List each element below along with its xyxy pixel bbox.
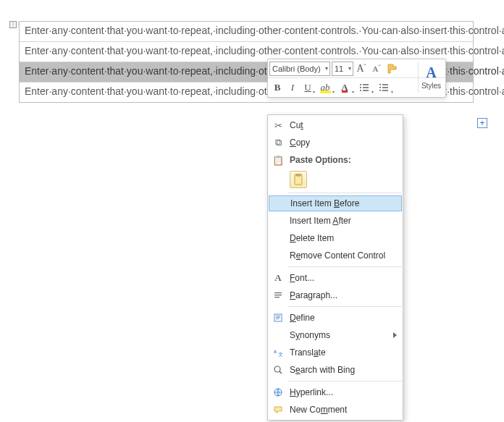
svg-rect-3 — [363, 87, 369, 88]
copy-icon: ⧉ — [272, 136, 285, 149]
svg-text:文: 文 — [278, 352, 283, 357]
svg-line-24 — [280, 371, 282, 374]
font-size-value: 11 — [335, 64, 343, 73]
bullets-button[interactable] — [355, 80, 374, 95]
numbering-button[interactable] — [374, 80, 393, 95]
menu-font[interactable]: A Font... — [268, 269, 403, 287]
highlight-button[interactable]: ab — [316, 80, 335, 95]
menu-translate[interactable]: a文 Translate — [268, 344, 403, 361]
svg-rect-6 — [379, 84, 381, 85]
svg-rect-8 — [379, 87, 381, 88]
menu-remove-content-control[interactable]: Remove Content Control — [268, 247, 403, 264]
svg-rect-10 — [379, 90, 381, 90]
search-icon — [272, 363, 285, 376]
shrink-font-button[interactable]: Aˇ — [369, 62, 384, 76]
menu-delete-item[interactable]: Delete Item — [268, 229, 403, 247]
separator — [288, 381, 402, 381]
format-painter-button[interactable] — [385, 62, 399, 76]
svg-rect-7 — [382, 84, 388, 85]
menu-insert-item-before[interactable]: Insert Item Before — [269, 195, 402, 211]
context-menu: ✂ Cut ⧉ Copy 📋 Paste Options: Insert Ite… — [267, 114, 403, 421]
paste-icon: 📋 — [272, 153, 285, 166]
svg-rect-9 — [382, 87, 388, 88]
font-size-select[interactable]: 11 ▾ — [332, 62, 353, 76]
svg-rect-18 — [276, 316, 280, 316]
menu-synonyms[interactable]: Synonyms — [268, 326, 403, 344]
menu-paste-options-header: 📋 Paste Options: — [268, 151, 403, 169]
styles-button[interactable]: A Styles — [418, 62, 444, 93]
hyperlink-icon — [272, 386, 285, 399]
separator — [288, 266, 402, 267]
svg-rect-5 — [363, 90, 369, 90]
svg-point-23 — [274, 366, 280, 372]
grow-font-button[interactable]: Aˆ — [354, 62, 369, 76]
menu-new-comment[interactable]: New Comment — [268, 401, 403, 418]
mini-toolbar: Calibri (Body) ▾ 11 ▾ Aˆ Aˇ B I U ab A A… — [267, 59, 446, 98]
paste-options-row — [268, 169, 403, 190]
repeating-section-handle[interactable]: ⋮⋮ — [9, 21, 17, 28]
translate-icon: a文 — [272, 346, 285, 359]
cut-icon: ✂ — [272, 119, 285, 132]
svg-point-2 — [360, 87, 361, 88]
menu-search-bing[interactable]: Search with Bing — [268, 361, 403, 379]
svg-rect-14 — [274, 292, 282, 293]
menu-paragraph[interactable]: Paragraph... — [268, 287, 403, 304]
font-name-select[interactable]: Calibri (Body) ▾ — [269, 62, 330, 76]
italic-button[interactable]: I — [285, 80, 300, 95]
chevron-down-icon: ▾ — [325, 65, 328, 72]
define-icon — [272, 311, 285, 324]
comment-icon — [272, 403, 285, 416]
svg-point-0 — [360, 84, 361, 85]
svg-rect-11 — [382, 90, 388, 90]
svg-rect-20 — [276, 318, 279, 319]
menu-insert-item-after[interactable]: Insert Item After — [268, 212, 403, 229]
styles-icon: A — [426, 65, 436, 80]
menu-cut[interactable]: ✂ Cut — [268, 117, 403, 134]
menu-define[interactable]: Define — [268, 309, 403, 326]
menu-copy[interactable]: ⧉ Copy — [268, 134, 403, 151]
svg-point-4 — [360, 90, 361, 91]
underline-button[interactable]: U — [301, 80, 315, 95]
separator — [288, 306, 402, 307]
svg-rect-13 — [296, 174, 301, 176]
paste-keep-source-button[interactable] — [290, 171, 307, 188]
font-name-value: Calibri (Body) — [272, 64, 321, 73]
svg-text:a: a — [274, 349, 277, 354]
add-item-button[interactable]: + — [477, 118, 487, 128]
bold-button[interactable]: B — [270, 80, 285, 95]
separator — [288, 193, 402, 193]
table-row[interactable]: Enter·any·content·that·you·want·to·repea… — [20, 22, 473, 42]
font-icon: A — [272, 271, 285, 284]
svg-rect-19 — [276, 317, 280, 318]
paragraph-icon — [272, 289, 285, 302]
svg-rect-15 — [274, 295, 282, 295]
chevron-down-icon: ▾ — [348, 65, 351, 72]
svg-rect-16 — [274, 297, 280, 297]
font-color-button[interactable]: A — [335, 80, 354, 95]
styles-label: Styles — [421, 82, 441, 90]
svg-rect-1 — [363, 84, 369, 85]
menu-hyperlink[interactable]: Hyperlink... — [268, 384, 403, 401]
